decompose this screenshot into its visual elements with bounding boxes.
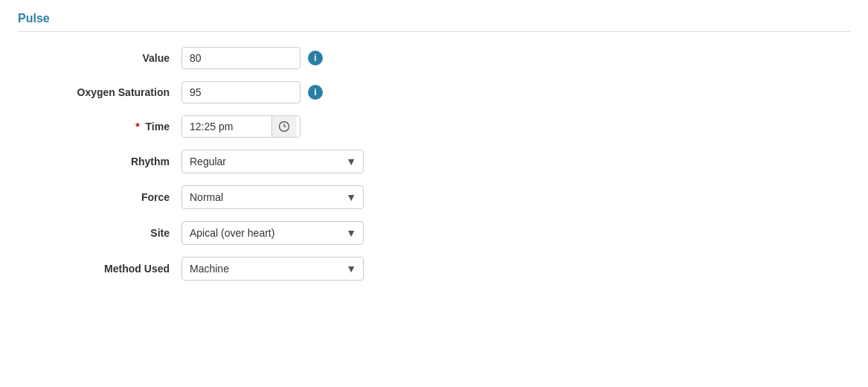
oxygen-saturation-info-icon[interactable]: i: [308, 85, 323, 100]
site-row: Site Apical (over heart) Radial Brachial…: [18, 221, 850, 245]
time-picker-button[interactable]: [271, 116, 296, 137]
time-label: * Time: [18, 121, 181, 132]
method-used-label: Method Used: [18, 263, 181, 275]
pulse-form: Pulse Value i Oxygen Saturation i * Time: [0, 0, 868, 304]
value-row: Value i: [18, 47, 850, 69]
rhythm-select[interactable]: Regular Irregular: [181, 150, 364, 173]
rhythm-row: Rhythm Regular Irregular ▼: [18, 150, 850, 173]
clock-icon: [278, 121, 290, 132]
required-star: *: [135, 121, 139, 132]
time-row: * Time: [18, 115, 850, 138]
value-info-icon[interactable]: i: [308, 51, 323, 65]
time-input-wrapper: [181, 115, 300, 138]
oxygen-saturation-label: Oxygen Saturation: [18, 86, 181, 98]
rhythm-label: Rhythm: [18, 156, 181, 167]
method-used-row: Method Used Machine Manual ▼: [18, 257, 850, 281]
site-select[interactable]: Apical (over heart) Radial Brachial Caro…: [181, 221, 364, 245]
force-row: Force Normal Weak Strong Bounding ▼: [18, 185, 850, 209]
site-select-wrapper: Apical (over heart) Radial Brachial Caro…: [181, 221, 364, 245]
value-label: Value: [18, 52, 181, 64]
site-label: Site: [18, 227, 181, 239]
method-used-select-wrapper: Machine Manual ▼: [181, 257, 364, 281]
time-input[interactable]: [182, 116, 271, 137]
rhythm-select-wrapper: Regular Irregular ▼: [181, 150, 364, 173]
value-input[interactable]: [181, 47, 300, 69]
force-select-wrapper: Normal Weak Strong Bounding ▼: [181, 185, 364, 209]
section-title: Pulse: [18, 12, 850, 32]
force-label: Force: [18, 191, 181, 203]
oxygen-saturation-input[interactable]: [181, 81, 300, 103]
oxygen-saturation-row: Oxygen Saturation i: [18, 81, 850, 103]
method-used-select[interactable]: Machine Manual: [181, 257, 364, 281]
force-select[interactable]: Normal Weak Strong Bounding: [181, 185, 364, 209]
